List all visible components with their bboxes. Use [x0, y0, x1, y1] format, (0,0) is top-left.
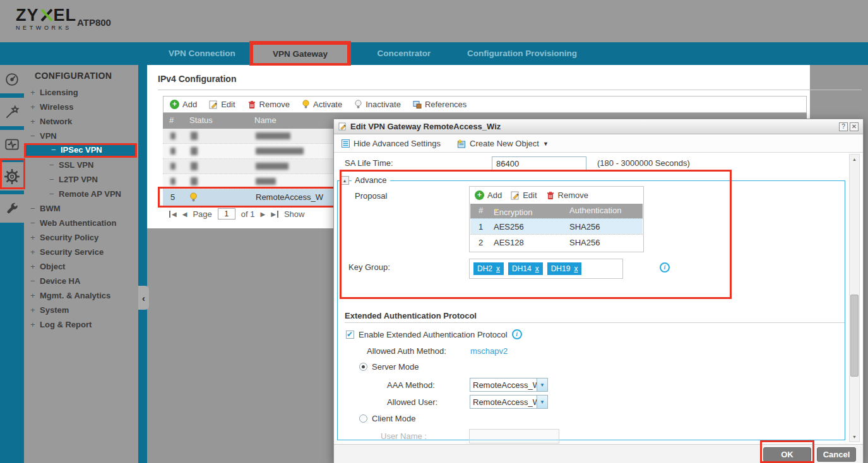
- chevron-down-icon[interactable]: ▼: [537, 378, 547, 391]
- tab-concentrator[interactable]: Concentrator: [363, 42, 445, 65]
- sidebar-item-mgmt-analytics[interactable]: +Mgmt. & Analytics: [24, 288, 138, 303]
- expand-icon[interactable]: +: [30, 317, 40, 332]
- sidebar-item-object[interactable]: +Object: [24, 259, 138, 274]
- sort-down-icon[interactable]: ▼: [494, 208, 499, 213]
- configuration-gear-icon[interactable]: [0, 162, 24, 190]
- collapse-icon[interactable]: −: [49, 158, 59, 172]
- server-mode-radio-row[interactable]: Server Mode: [359, 362, 419, 372]
- activate-button[interactable]: Activate: [302, 100, 342, 109]
- proposal-row[interactable]: 1 AES256 SHA256: [470, 218, 643, 234]
- remove-button[interactable]: Remove: [247, 100, 290, 109]
- checkbox-checked-icon[interactable]: ✔: [346, 331, 354, 339]
- tab-vpn-gateway[interactable]: VPN Gateway: [251, 43, 349, 65]
- proposal-add-button[interactable]: +Add: [475, 190, 502, 200]
- create-object-icon: [457, 139, 466, 148]
- proposal-remove-button[interactable]: Remove: [546, 190, 588, 200]
- tab-configuration-provisioning[interactable]: Configuration Provisioning: [449, 42, 595, 65]
- expand-icon[interactable]: +: [30, 85, 40, 100]
- hide-advanced-settings-button[interactable]: Hide Advanced Settings: [342, 139, 441, 148]
- maintenance-tools-icon[interactable]: [0, 194, 24, 223]
- create-new-object-button[interactable]: Create New Object ▼: [457, 139, 549, 148]
- tab-vpn-connection[interactable]: VPN Connection: [161, 42, 243, 65]
- sidebar-collapse-handle[interactable]: ‹: [138, 286, 149, 310]
- collapse-up-icon[interactable]: ▲: [340, 176, 349, 185]
- expand-icon[interactable]: +: [30, 100, 40, 114]
- sidebar-item-security-policy[interactable]: +Security Policy: [24, 230, 138, 245]
- expand-icon[interactable]: +: [30, 303, 40, 317]
- sidebar-item-licensing[interactable]: +Licensing: [24, 85, 138, 100]
- proposal-row[interactable]: 2 AES128 SHA256: [470, 234, 643, 250]
- expand-icon[interactable]: +: [30, 230, 40, 245]
- inactivate-button[interactable]: Inactivate: [354, 100, 401, 109]
- collapse-icon[interactable]: −: [49, 187, 59, 201]
- cancel-button[interactable]: Cancel: [817, 447, 856, 462]
- chevron-down-icon[interactable]: ▼: [537, 396, 547, 408]
- column-authentication[interactable]: Authentication: [569, 206, 621, 215]
- dialog-scrollbar[interactable]: ▲ ▼: [849, 154, 860, 442]
- expand-icon[interactable]: +: [30, 259, 40, 274]
- collapse-icon[interactable]: −: [30, 216, 40, 230]
- scroll-up-icon[interactable]: ▲: [850, 155, 859, 164]
- help-button[interactable]: ?: [839, 122, 848, 131]
- column-number[interactable]: #: [479, 206, 483, 215]
- sidebar-item-security-service[interactable]: +Security Service: [24, 245, 138, 259]
- ok-button[interactable]: OK: [763, 447, 811, 462]
- remove-tag-icon[interactable]: x: [574, 262, 578, 275]
- add-button[interactable]: +Add: [170, 100, 197, 109]
- enable-eap-checkbox-row[interactable]: ✔ Enable Extended Authentication Protoco…: [346, 329, 522, 339]
- sa-life-time-input[interactable]: [492, 156, 586, 171]
- scrollbar-thumb[interactable]: [850, 295, 859, 377]
- remove-tag-icon[interactable]: x: [535, 262, 539, 275]
- previous-page-icon[interactable]: ◀: [182, 211, 187, 218]
- column-number[interactable]: #: [169, 115, 174, 125]
- sidebar-item-network[interactable]: +Network: [24, 114, 138, 129]
- scroll-down-icon[interactable]: ▼: [850, 432, 859, 442]
- sidebar-item-remote-ap-vpn[interactable]: −Remote AP VPN: [24, 187, 138, 201]
- references-button[interactable]: References: [413, 100, 467, 109]
- remove-tag-icon[interactable]: x: [496, 262, 500, 275]
- sidebar-item-device-ha[interactable]: −Device HA: [24, 274, 138, 288]
- sidebar-item-l2tp-vpn[interactable]: −L2TP VPN: [24, 172, 138, 187]
- status-bulb-on-icon[interactable]: [189, 192, 198, 202]
- sidebar-item-web-authentication[interactable]: −Web Authentication: [24, 216, 138, 230]
- collapse-icon[interactable]: −: [30, 274, 40, 288]
- column-name[interactable]: Name: [254, 115, 276, 125]
- dashboard-icon[interactable]: [0, 65, 24, 93]
- info-icon[interactable]: i: [660, 262, 670, 273]
- page-number-input[interactable]: [218, 208, 235, 220]
- sidebar-item-ipsec-vpn[interactable]: −IPSec VPN: [24, 143, 137, 158]
- next-page-icon[interactable]: ▶: [260, 211, 265, 218]
- edit-button[interactable]: Edit: [209, 100, 235, 109]
- sidebar-item-vpn[interactable]: −VPN: [24, 129, 138, 143]
- expand-icon[interactable]: +: [30, 245, 40, 259]
- sidebar-item-ssl-vpn[interactable]: −SSL VPN: [24, 158, 138, 172]
- list-toolbar: +Add Edit Remove Activate Inactivate Ref…: [163, 96, 807, 113]
- close-icon[interactable]: ✕: [850, 122, 859, 131]
- monitor-icon[interactable]: [0, 130, 24, 158]
- radio-selected-icon[interactable]: [359, 363, 367, 371]
- last-page-icon[interactable]: ▶: [271, 211, 278, 218]
- collapse-icon[interactable]: −: [51, 145, 61, 155]
- sidebar-item-bwm[interactable]: −BWM: [24, 201, 138, 216]
- client-mode-radio-row[interactable]: Client Mode: [359, 414, 415, 423]
- collapse-icon[interactable]: −: [30, 129, 40, 143]
- wizard-icon[interactable]: [0, 98, 24, 126]
- allowed-user-select[interactable]: RemoteAccess_Wi ▼: [470, 395, 548, 409]
- first-page-icon[interactable]: ◀: [169, 211, 177, 218]
- info-icon[interactable]: i: [512, 329, 522, 339]
- aaa-method-select[interactable]: RemoteAccess_Wi ▼: [470, 378, 548, 392]
- expand-icon[interactable]: +: [30, 114, 40, 129]
- row-number: 5: [170, 192, 175, 202]
- sidebar-item-log-report[interactable]: +Log & Report: [24, 317, 138, 332]
- sidebar-item-wireless[interactable]: +Wireless: [24, 100, 138, 114]
- collapse-icon[interactable]: −: [49, 172, 59, 187]
- column-status[interactable]: Status: [189, 115, 213, 125]
- sidebar-item-label: BWM: [40, 204, 61, 213]
- expand-icon[interactable]: +: [30, 288, 40, 303]
- hide-advanced-label: Hide Advanced Settings: [354, 139, 441, 148]
- key-group-field[interactable]: DH2x DH14x DH19x: [469, 259, 623, 279]
- collapse-icon[interactable]: −: [30, 201, 40, 216]
- radio-unselected-icon[interactable]: [359, 414, 367, 423]
- sidebar-item-system[interactable]: +System: [24, 303, 138, 317]
- proposal-edit-button[interactable]: Edit: [511, 190, 537, 200]
